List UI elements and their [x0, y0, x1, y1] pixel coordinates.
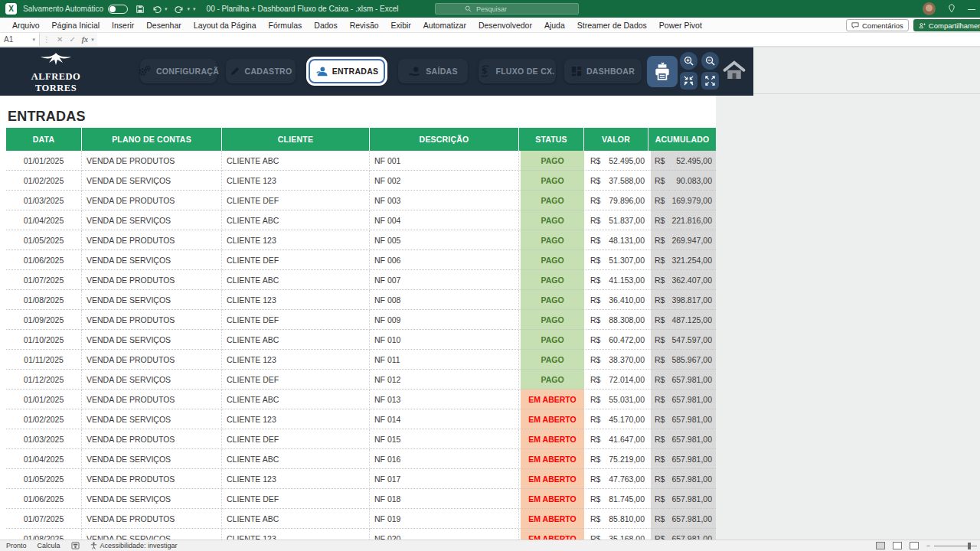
- cell-plano[interactable]: VENDA DE SERVIÇOS: [82, 171, 222, 191]
- comments-button[interactable]: Comentários: [846, 19, 909, 31]
- cell-data[interactable]: 01/07/2025: [6, 509, 82, 529]
- cell-acumulado[interactable]: R$ 657.981,00: [648, 449, 716, 469]
- cell-plano[interactable]: VENDA DE SERVIÇOS: [82, 290, 222, 310]
- cell-valor[interactable]: R$ 81.745,00: [584, 489, 648, 509]
- cell-valor[interactable]: R$ 72.014,00: [584, 370, 648, 390]
- column-header-status[interactable]: STATUS: [519, 128, 584, 151]
- cell-cliente[interactable]: CLIENTE 123: [222, 529, 370, 540]
- cell-data[interactable]: 01/07/2025: [6, 270, 82, 290]
- cell-acumulado[interactable]: R$ 169.979,00: [648, 191, 716, 210]
- cell-cliente[interactable]: CLIENTE 123: [222, 290, 370, 310]
- cancel-entry-icon[interactable]: ✕: [54, 35, 66, 44]
- ribbon-tab[interactable]: Revisão: [344, 21, 385, 30]
- cell-cliente[interactable]: CLIENTE ABC: [222, 509, 370, 529]
- cell-valor[interactable]: R$ 75.219,00: [584, 449, 648, 469]
- cell-data[interactable]: 01/02/2025: [6, 409, 82, 429]
- undo-icon[interactable]: [152, 5, 162, 14]
- insert-function-icon[interactable]: fx: [79, 35, 91, 44]
- cell-plano[interactable]: VENDA DE SERVIÇOS: [82, 489, 222, 509]
- page-layout-view-button[interactable]: [893, 542, 902, 549]
- cell-data[interactable]: 01/08/2025: [6, 529, 82, 540]
- share-button[interactable]: Compartilhamento ▾: [913, 19, 980, 31]
- cell-valor[interactable]: R$ 48.131,00: [584, 230, 648, 250]
- cell-data[interactable]: 01/09/2025: [6, 310, 82, 330]
- cell-status[interactable]: EM ABERTO: [519, 509, 584, 529]
- cell-acumulado[interactable]: R$ 585.967,00: [648, 350, 716, 370]
- cell-status[interactable]: PAGO: [519, 290, 584, 310]
- ribbon-tab[interactable]: Página Inicial: [46, 21, 106, 30]
- cell-acumulado[interactable]: R$ 657.981,00: [648, 390, 716, 409]
- cell-cliente[interactable]: CLIENTE ABC: [222, 390, 370, 409]
- cell-acumulado[interactable]: R$ 657.981,00: [648, 429, 716, 449]
- cell-cliente[interactable]: CLIENTE ABC: [222, 449, 370, 469]
- cell-data[interactable]: 01/02/2025: [6, 171, 82, 191]
- ribbon-tab[interactable]: Exibir: [385, 21, 417, 30]
- cell-valor[interactable]: R$ 60.472,00: [584, 330, 648, 350]
- cell-descricao[interactable]: NF 008: [370, 290, 519, 310]
- minimize-button[interactable]: —: [968, 5, 975, 13]
- cell-data[interactable]: 01/05/2025: [6, 230, 82, 250]
- macro-record-icon[interactable]: [71, 542, 80, 549]
- cell-acumulado[interactable]: R$ 221.816,00: [648, 210, 716, 230]
- cell-descricao[interactable]: NF 019: [370, 509, 519, 529]
- cell-acumulado[interactable]: R$ 547.597,00: [648, 330, 716, 350]
- cell-valor[interactable]: R$ 47.763,00: [584, 469, 648, 489]
- cell-descricao[interactable]: NF 015: [370, 429, 519, 449]
- home-button[interactable]: [720, 57, 748, 85]
- cell-descricao[interactable]: NF 003: [370, 191, 519, 210]
- cell-descricao[interactable]: NF 001: [370, 151, 519, 171]
- tab-dashboard[interactable]: DASHBOAR: [564, 59, 642, 83]
- cell-acumulado[interactable]: R$ 398.817,00: [648, 290, 716, 310]
- tab-fluxo-de-caixa[interactable]: $ FLUXO DE CX.: [479, 59, 556, 83]
- print-button[interactable]: [647, 56, 678, 87]
- cell-status[interactable]: PAGO: [519, 350, 584, 370]
- cell-descricao[interactable]: NF 014: [370, 409, 519, 429]
- cell-data[interactable]: 01/03/2025: [6, 429, 82, 449]
- ribbon-tab[interactable]: Fórmulas: [263, 21, 309, 30]
- zoom-in-button[interactable]: [680, 52, 697, 70]
- user-avatar[interactable]: [923, 2, 936, 15]
- cell-data[interactable]: 01/06/2025: [6, 250, 82, 270]
- cell-valor[interactable]: R$ 88.308,00: [584, 310, 648, 330]
- ribbon-tab[interactable]: Automatizar: [417, 21, 472, 30]
- cell-valor[interactable]: R$ 79.896,00: [584, 191, 648, 210]
- zoom-slider-knob[interactable]: [968, 543, 971, 549]
- cell-plano[interactable]: VENDA DE SERVIÇOS: [82, 529, 222, 540]
- cell-cliente[interactable]: CLIENTE ABC: [222, 151, 370, 171]
- cell-status[interactable]: EM ABERTO: [519, 529, 584, 540]
- cell-acumulado[interactable]: R$ 321.254,00: [648, 250, 716, 270]
- cell-status[interactable]: PAGO: [519, 171, 584, 191]
- cell-cliente[interactable]: CLIENTE 123: [222, 409, 370, 429]
- cell-descricao[interactable]: NF 017: [370, 469, 519, 489]
- collapse-view-button[interactable]: [680, 72, 697, 90]
- cell-data[interactable]: 01/04/2025: [6, 210, 82, 230]
- page-break-view-button[interactable]: [910, 542, 919, 549]
- accessibility-status[interactable]: Acessibilidade: investigar: [90, 542, 178, 549]
- cell-descricao[interactable]: NF 020: [370, 529, 519, 540]
- calculate-indicator[interactable]: Calcula: [38, 542, 60, 549]
- cell-status[interactable]: PAGO: [519, 310, 584, 330]
- ribbon-tab[interactable]: Arquivo: [6, 21, 46, 30]
- cell-valor[interactable]: R$ 85.810,00: [584, 509, 648, 529]
- cell-data[interactable]: 01/04/2025: [6, 449, 82, 469]
- cell-plano[interactable]: VENDA DE PRODUTOS: [82, 230, 222, 250]
- tab-entradas[interactable]: ENTRADAS: [309, 59, 385, 83]
- cell-plano[interactable]: VENDA DE PRODUTOS: [82, 151, 222, 171]
- cell-status[interactable]: PAGO: [519, 370, 584, 390]
- cell-descricao[interactable]: NF 002: [370, 171, 519, 191]
- cell-cliente[interactable]: CLIENTE ABC: [222, 330, 370, 350]
- ribbon-tab[interactable]: Dados: [308, 21, 343, 30]
- cell-descricao[interactable]: NF 006: [370, 250, 519, 270]
- zoom-slider[interactable]: −: [926, 542, 977, 549]
- redo-dropdown-icon[interactable]: ▾: [188, 6, 191, 12]
- cell-data[interactable]: 01/11/2025: [6, 350, 82, 370]
- cell-status[interactable]: EM ABERTO: [519, 469, 584, 489]
- expand-view-button[interactable]: [701, 72, 719, 90]
- zoom-slider-track[interactable]: [934, 546, 977, 546]
- search-box[interactable]: Pesquisar: [435, 3, 579, 15]
- cell-plano[interactable]: VENDA DE SERVIÇOS: [82, 449, 222, 469]
- cell-acumulado[interactable]: R$ 657.981,00: [648, 529, 716, 540]
- cell-data[interactable]: 01/03/2025: [6, 191, 82, 210]
- cell-data[interactable]: 01/10/2025: [6, 330, 82, 350]
- cell-plano[interactable]: VENDA DE PRODUTOS: [82, 469, 222, 489]
